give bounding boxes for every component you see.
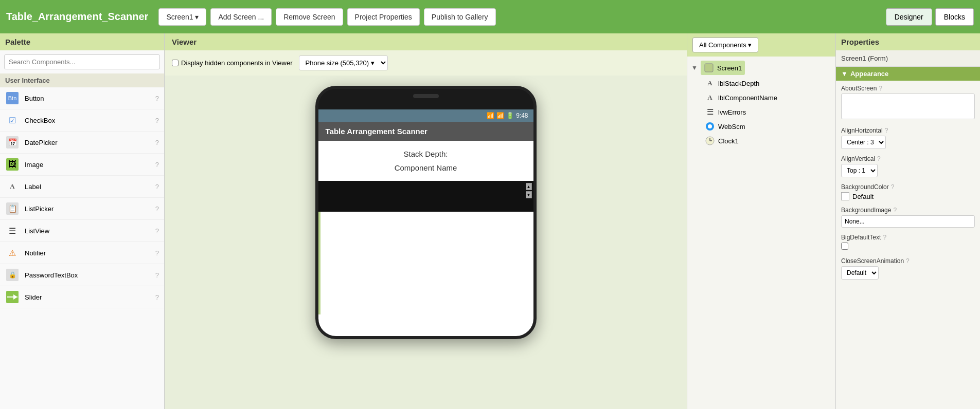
prop-align-horizontal-select[interactable]: Center : 3 — [841, 136, 886, 149]
phone-app-bar: Table Arrangement Scanner — [318, 122, 533, 141]
add-screen-button[interactable]: Add Screen ... — [210, 8, 272, 26]
palette-item-datepicker[interactable]: 📅 DatePicker ? — [0, 132, 164, 154]
palette-label-checkbox: CheckBox — [25, 117, 155, 124]
palette-item-listpicker[interactable]: 📋 ListPicker ? — [0, 198, 164, 220]
prop-label-background-image: BackgroundImage ? — [841, 207, 975, 214]
project-properties-button[interactable]: Project Properties — [347, 8, 420, 26]
tree-item-Clock1[interactable]: Clock1 — [702, 134, 831, 148]
tree-item-lblComponentName[interactable]: A lblComponentName — [702, 90, 831, 105]
prop-align-vertical-select[interactable]: Top : 1 — [841, 164, 878, 177]
palette-item-notifier[interactable]: ⚠ Notifier ? — [0, 242, 164, 264]
designer-button[interactable]: Designer — [886, 8, 932, 26]
phone-top — [318, 89, 533, 109]
prop-help-close-screen-animation[interactable]: ? — [906, 257, 910, 265]
phone-content: Stack Depth: Component Name ▲ ▼ — [318, 141, 533, 336]
prop-label-about-screen: AboutScreen ? — [841, 85, 975, 92]
prop-help-align-vertical[interactable]: ? — [877, 155, 881, 162]
properties-content: AboutScreen ? AlignHorizontal ? Center :… — [836, 81, 980, 409]
remove-screen-button[interactable]: Remove Screen — [276, 8, 343, 26]
phone-speaker — [413, 94, 439, 98]
prop-help-about-screen[interactable]: ? — [879, 85, 882, 92]
properties-header: Properties — [836, 33, 980, 50]
tree-label-lvwErrors: lvwErrors — [718, 108, 746, 116]
palette-label-passwordtextbox: PasswordTextBox — [25, 271, 155, 279]
phone-size-select[interactable]: Phone size (505,320) ▾ — [299, 55, 388, 70]
prop-help-background-color[interactable]: ? — [891, 183, 895, 191]
palette-help-checkbox[interactable]: ? — [155, 117, 159, 124]
palette-label-button: Button — [25, 95, 155, 102]
palette-help-datepicker[interactable]: ? — [155, 139, 159, 146]
palette-help-listview[interactable]: ? — [155, 227, 159, 235]
palette-header: Palette — [0, 33, 164, 50]
prop-close-screen-animation-select[interactable]: Default — [841, 266, 879, 280]
viewer-controls: Display hidden components in Viewer Phon… — [165, 50, 687, 76]
checkbox-icon: ☑ — [5, 113, 20, 127]
viewer-canvas: 📶 📶 🔋 9:48 Table Arrangement Scanner Sta… — [165, 76, 687, 409]
viewer-header: Viewer — [165, 33, 687, 50]
appearance-label: Appearance — [850, 70, 888, 78]
svg-marker-1 — [13, 294, 17, 300]
palette-label-notifier: Notifier — [25, 249, 155, 257]
passwordtextbox-icon: 🔒 — [5, 268, 20, 282]
hidden-components-control: Display hidden components in Viewer — [172, 59, 293, 67]
palette-item-listview[interactable]: ☰ ListView ? — [0, 220, 164, 242]
palette-help-label[interactable]: ? — [155, 183, 159, 191]
notifier-icon: ⚠ — [5, 246, 20, 260]
header-right: Designer Blocks — [886, 8, 974, 26]
palette-label-image: Image — [25, 161, 155, 169]
hidden-components-checkbox[interactable] — [172, 60, 179, 66]
prop-close-screen-animation: CloseScreenAnimation ? Default — [841, 257, 975, 280]
prop-label-align-horizontal: AlignHorizontal ? — [841, 127, 975, 134]
prop-background-color-swatch: Default — [841, 192, 975, 200]
prop-align-vertical: AlignVertical ? Top : 1 — [841, 155, 975, 177]
palette-item-image[interactable]: 🖼 Image ? — [0, 154, 164, 176]
screen1-button[interactable]: Screen1 ▾ — [158, 8, 206, 26]
app-title: Table_Arrangement_Scanner — [6, 11, 148, 23]
palette-item-label[interactable]: A Label ? — [0, 176, 164, 198]
publish-to-gallery-button[interactable]: Publish to Gallery — [424, 8, 496, 26]
prop-about-screen-textarea[interactable] — [841, 94, 975, 119]
all-components-button[interactable]: All Components ▾ — [692, 38, 758, 52]
Clock1-icon — [705, 136, 715, 146]
tree-item-lblStackDepth[interactable]: A lblStackDepth — [702, 76, 831, 90]
search-components-input[interactable] — [4, 54, 160, 69]
palette-item-passwordtextbox[interactable]: 🔒 PasswordTextBox ? — [0, 264, 164, 286]
prop-help-background-image[interactable]: ? — [893, 207, 897, 214]
tree-item-lvwErrors[interactable]: ☰ lvwErrors — [702, 105, 831, 119]
properties-panel: Properties Screen1 (Form) ▼ Appearance A… — [836, 33, 980, 409]
scroll-down-arrow[interactable]: ▼ — [526, 191, 532, 198]
prop-background-image-input[interactable] — [841, 215, 975, 228]
tree-collapse-screen1[interactable]: ▼ — [691, 64, 698, 71]
palette-item-checkbox[interactable]: ☑ CheckBox ? — [0, 109, 164, 132]
palette-help-listpicker[interactable]: ? — [155, 205, 159, 213]
lblStackDepth-icon: A — [705, 78, 715, 88]
palette-help-passwordtextbox[interactable]: ? — [155, 271, 159, 279]
palette-help-slider[interactable]: ? — [155, 293, 159, 301]
status-time: 9:48 — [516, 112, 528, 119]
prop-help-big-default-text[interactable]: ? — [883, 234, 886, 241]
lblComponentName-icon: A — [705, 92, 715, 103]
palette-help-image[interactable]: ? — [155, 161, 159, 169]
scroll-up-arrow[interactable]: ▲ — [526, 183, 532, 190]
WebScm-icon — [705, 121, 715, 132]
phone-listview: ▲ ▼ — [318, 181, 533, 212]
background-color-box[interactable] — [841, 192, 849, 200]
palette-help-notifier[interactable]: ? — [155, 249, 159, 257]
palette-help-button[interactable]: ? — [155, 95, 159, 102]
tree-item-WebScm[interactable]: WebScm — [702, 119, 831, 134]
tree-item-screen1[interactable]: Screen1 — [701, 61, 745, 75]
screen1-icon — [704, 63, 714, 73]
battery-icon: 🔋 — [506, 112, 514, 119]
image-icon: 🖼 — [5, 157, 20, 172]
palette-item-slider[interactable]: Slider ? — [0, 286, 164, 308]
prop-big-default-text-checkbox[interactable] — [841, 243, 848, 250]
prop-help-align-horizontal[interactable]: ? — [885, 127, 888, 134]
label-palette-icon: A — [5, 179, 20, 194]
prop-label-background-color: BackgroundColor ? — [841, 183, 975, 191]
prop-label-align-vertical: AlignVertical ? — [841, 155, 975, 162]
tree-label-screen1: Screen1 — [717, 64, 742, 72]
prop-background-color: BackgroundColor ? Default — [841, 183, 975, 200]
palette-item-button[interactable]: Btn Button ? — [0, 87, 164, 109]
blocks-button[interactable]: Blocks — [935, 8, 974, 26]
components-tree: ▼ Screen1 A lblStackDepth A — [687, 57, 835, 409]
